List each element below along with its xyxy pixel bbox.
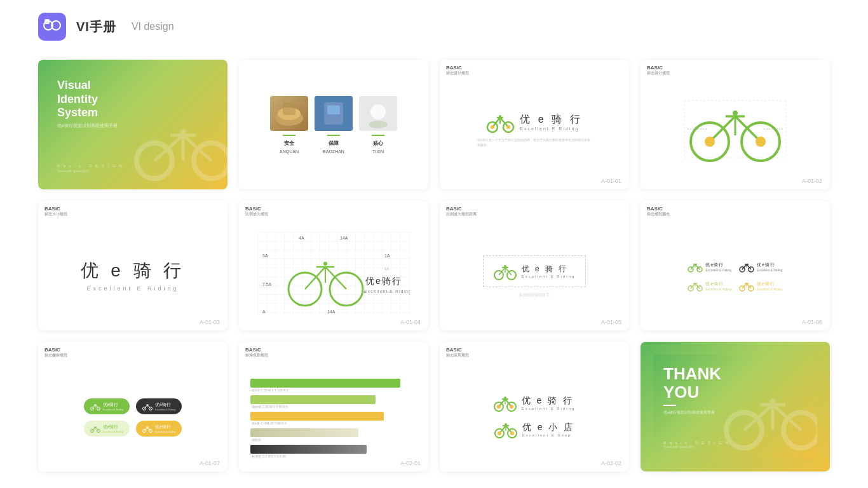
logo-riding-a0202: 优 e 骑 行 Excellent E Riding — [494, 394, 576, 412]
v3-en: Excellent E Riding — [705, 287, 731, 291]
basic-label-a0102: BASIC — [647, 65, 670, 71]
basic-label-a0106: BASIC — [647, 206, 670, 212]
v4-en: Excellent E Riding — [757, 287, 783, 291]
card-number-a0105: A-01-05 — [601, 319, 621, 325]
badge-yellow: 优e骑行 Excellent E Riding — [136, 421, 182, 437]
svg-text:14A: 14A — [340, 236, 348, 240]
svg-point-125 — [510, 405, 513, 409]
logo-variant-light: 优e骑行 Excellent E Riding — [688, 280, 731, 292]
card-a0105: BASIC 比例放大规范距离 优 e 骑 行 Excellent E Ridin… — [440, 201, 629, 330]
badge-dark-en: Excellent E Riding — [155, 408, 175, 411]
color-bar-gray: 辅助灰 — [250, 428, 417, 442]
badge-green-cn: 优e骑行 — [103, 402, 123, 408]
basic-label-a0103: BASIC — [44, 206, 67, 212]
card-a0201: BASIC 标准色彩规范 优e绿 C:55 M:0 Y:100 K:0 辅助绿 … — [239, 342, 428, 471]
svg-point-19 — [369, 121, 388, 128]
card-number-a0102: A-01-02 — [802, 178, 822, 184]
color-bar-yellow: 优e黄 C:0 M:20 Y:90 K:0 — [250, 412, 417, 425]
badge-green: 优e骑行 Excellent E Riding — [84, 398, 130, 414]
basic-sub-a0105: 比例放大规范距离 — [446, 212, 477, 217]
cover-bike-silhouette — [132, 113, 227, 183]
logo-variant-dark: 优e骑行 Excellent E Riding — [739, 261, 783, 273]
basic-label-a0202: BASIC — [446, 347, 469, 353]
svg-point-40 — [705, 137, 715, 147]
photo-baozhan-en: BAOZHAN — [323, 149, 344, 154]
photo-tiexi-img — [359, 96, 397, 131]
basic-label-a0201: BASIC — [245, 347, 268, 353]
card-a0202: BASIC 标志应用规范 优 e 骑 行 Exce — [440, 342, 629, 471]
badge-light: 优e骑行 Excellent E Riding — [84, 421, 130, 437]
svg-text:Excellent E Riding: Excellent E Riding — [364, 289, 410, 294]
bike-spacing-a0105 — [494, 262, 517, 280]
svg-point-124 — [497, 405, 501, 409]
card-a0104-inner: BASIC 比例放大规范 4A 14A 5A 1A 7.5A 14A A — [239, 201, 428, 330]
logo-variant-yellow: 优e骑行 Excellent E Riding — [739, 280, 783, 292]
basic-header-a0104: BASIC 比例放大规范 — [245, 206, 268, 217]
card-a0201-inner: BASIC 标准色彩规范 优e绿 C:55 M:0 Y:100 K:0 辅助绿 … — [239, 342, 428, 471]
card-number-a0103: A-01-03 — [200, 319, 220, 325]
card-a0101: BASIC 标志设计规范 优 e 骑 行 Ex — [440, 60, 629, 189]
card-number-a0202: A-02-02 — [601, 460, 621, 466]
grid-proportions-a0104: 4A 14A 5A 1A 7.5A 14A A 优e骑行 Excellent E… — [257, 232, 410, 315]
svg-rect-13 — [283, 102, 295, 115]
svg-point-27 — [491, 125, 494, 129]
basic-header-a0201: BASIC 标准色彩规范 — [245, 347, 268, 358]
photo-anquan-en: ANQUAN — [280, 149, 299, 154]
brand-desc-a0101: 优e骑行是一个专注于骑行运动的品牌，致力于为骑行爱好者提供专业的骑行装备和服务。 — [477, 137, 592, 147]
svg-text:14A: 14A — [327, 309, 336, 314]
svg-text:1A: 1A — [384, 254, 390, 258]
badge-dark-cn: 优e骑行 — [155, 402, 175, 408]
basic-header-a0101: BASIC 标志设计规范 — [446, 65, 469, 76]
basic-sub-a0103: 标志大小规范 — [44, 212, 67, 217]
card-number-a0104: A-01-04 — [400, 319, 421, 325]
card-photos: 安全 ANQUAN 保障 BAOZHAN 贴心 TIXIN — [239, 60, 428, 189]
header: VI手册 VI design — [0, 0, 868, 53]
svg-line-7 — [183, 135, 212, 161]
svg-point-123 — [504, 396, 506, 399]
basic-label-a0104: BASIC — [245, 206, 268, 212]
svg-point-134 — [510, 431, 514, 435]
badge-yellow-en: Excellent E Riding — [155, 430, 175, 433]
badge-green-en: Excellent E Riding — [103, 408, 123, 411]
basic-sub-a0107: 标志徽标规范 — [44, 353, 67, 358]
photo-baozhan-img — [315, 96, 353, 131]
card-a0107-inner: BASIC 标志徽标规范 优e骑行 Excelle — [38, 342, 227, 471]
card-a0101-inner: BASIC 标志设计规范 优 e 骑 行 Ex — [440, 60, 629, 189]
basic-header-a0103: BASIC 标志大小规范 — [44, 206, 67, 217]
main-grid: VisualIdentitySystem 优e骑行视觉识别系统使用手册 B a … — [0, 53, 868, 484]
photo-baozhan: 保障 BAOZHAN — [315, 96, 353, 154]
svg-point-18 — [370, 104, 386, 119]
brand-cn-a0101: 优 e 骑 行 — [520, 113, 582, 126]
logo-variant-green: 优e骑行 Excellent E Riding — [688, 261, 731, 273]
svg-text:5A: 5A — [262, 254, 268, 258]
photo-tiexi-en: TIXIN — [372, 149, 384, 154]
card-number-a0101: A-01-01 — [601, 178, 621, 184]
brand-en-a0101: Excellent E Riding — [520, 126, 582, 131]
badge-light-en: Excellent E Riding — [103, 430, 123, 433]
card-a0104: BASIC 比例放大规范 4A 14A 5A 1A 7.5A 14A A — [239, 201, 428, 330]
svg-text:7.5A: 7.5A — [262, 282, 272, 287]
color-bar-green: 优e绿 C:55 M:0 Y:100 K:0 — [250, 379, 417, 392]
badge-yellow-cn: 优e骑行 — [155, 424, 175, 430]
header-title: VI手册 — [76, 18, 116, 36]
svg-line-35 — [710, 116, 735, 142]
logo-shop-a0202: 优 e 小 店 Excellent E Shop — [494, 421, 574, 438]
basic-sub-a0202: 标志应用规范 — [446, 353, 469, 358]
basic-sub-a0201: 标准色彩规范 — [245, 353, 268, 358]
basic-label-a0105: BASIC — [446, 206, 477, 212]
svg-point-132 — [505, 423, 507, 426]
card-number-a0107: A-01-07 — [200, 460, 220, 466]
photo-tiexi-cn: 贴心 — [373, 140, 383, 147]
svg-text:优e骑行: 优e骑行 — [365, 276, 402, 286]
thankyou-line — [663, 405, 676, 406]
cover-title: VisualIdentitySystem — [57, 79, 123, 120]
svg-text:A: A — [262, 309, 266, 314]
thankyou-bottom: B a s i c D E S I G N — [663, 441, 807, 445]
svg-text:1A: 1A — [384, 267, 389, 271]
card-thankyou: THANKYOU 优e骑行视觉识别系统使用手册 B a s i c D E S … — [641, 342, 830, 471]
card-thankyou-inner: THANKYOU 优e骑行视觉识别系统使用手册 B a s i c D E S … — [641, 342, 830, 471]
brand-cn-large-a0103: 优 e 骑 行 — [81, 259, 186, 283]
spacing-desc-a0105: 标志间距说明文字 — [519, 292, 550, 298]
svg-point-39 — [733, 111, 738, 116]
card-a0105-inner: BASIC 比例放大规范距离 优 e 骑 行 Excellent E Ridin… — [440, 201, 629, 330]
